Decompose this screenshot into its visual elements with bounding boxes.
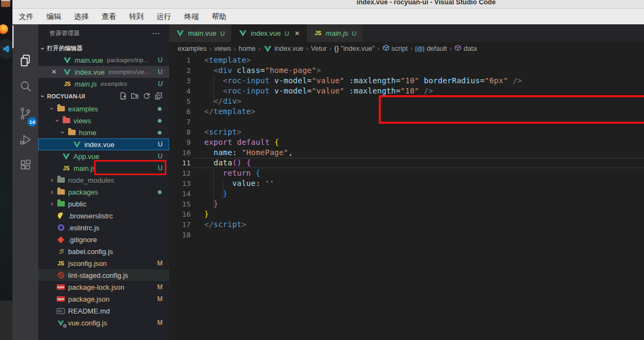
tree-row[interactable]: npmpackage-lock.jsonM (38, 281, 169, 293)
eslint-logo (58, 224, 64, 231)
browserslist-logo (58, 212, 64, 219)
open-editor-row[interactable]: ✕index.vueexamples/vie…U (38, 66, 169, 78)
js-logo: JS (63, 165, 69, 171)
scm-pending-badge: 14 (28, 117, 37, 126)
code-line: <template> (204, 55, 522, 65)
activity-bar: 14 (12, 24, 38, 340)
breadcrumb-item-home[interactable]: home (239, 45, 256, 52)
tree-row[interactable]: ›views (38, 115, 169, 126)
tree-row[interactable]: ›public (38, 198, 169, 210)
npm-icon: npm (56, 295, 65, 303)
git-icon (56, 235, 65, 244)
tree-row[interactable]: JSjsconfig.jsonM (38, 257, 169, 269)
tree-row[interactable]: index.vueU (38, 138, 169, 150)
menu-item-查看[interactable]: 查看 (95, 9, 123, 24)
search-icon[interactable] (12, 76, 38, 97)
tree-item-label: node_modules (68, 176, 114, 184)
breadcrumb-item-index.vue[interactable]: index.vue (263, 44, 304, 53)
chevron-right-icon: › (48, 188, 56, 196)
menu-item-终端[interactable]: 终端 (178, 9, 205, 24)
project-actions (119, 92, 163, 101)
code-line: </script> (204, 219, 522, 230)
open-editor-row[interactable]: main.vuepackages/inp…U (38, 54, 169, 66)
tree-item-label: package-lock.json (68, 283, 124, 291)
collapse-all-icon[interactable] (155, 92, 163, 101)
line-number: 5 (169, 96, 194, 106)
breadcrumb-item-default[interactable]: [@]default (415, 45, 447, 52)
tree-row[interactable]: JSmain.jsU (38, 162, 169, 174)
tab-main.vue[interactable]: main.vueU (169, 24, 232, 42)
source-control-icon[interactable]: 14 (12, 103, 38, 124)
menu-item-运行[interactable]: 运行 (150, 9, 178, 24)
breadcrumb-label: data (464, 45, 477, 52)
new-folder-icon[interactable] (131, 92, 139, 101)
tab-main.js[interactable]: JSmain.jsU (307, 24, 364, 42)
tree-item-label: lint-staged.config.js (68, 271, 128, 279)
project-section-header[interactable]: › ROCYUAN-UI (38, 90, 169, 103)
vscode-dock-icon[interactable] (0, 39, 12, 58)
tree-item-label: vue.config.js (68, 319, 107, 327)
extensions-icon[interactable] (12, 154, 38, 176)
tree-row[interactable]: ⚙vue.config.jsM (38, 317, 169, 329)
breadcrumb-label: index.vue (274, 45, 304, 52)
line-number: 13 (169, 178, 194, 189)
git-status-badge: U (158, 68, 163, 76)
code-line: <roc-input v-model="value" :maxlength="1… (204, 76, 522, 86)
run-debug-icon[interactable] (12, 129, 38, 151)
tree-row[interactable]: npmpackage.jsonM (38, 293, 169, 305)
babel-logo: ℬ (58, 248, 63, 255)
tree-row[interactable]: ›home (38, 126, 169, 138)
explorer-title: 资源管理器 (49, 29, 80, 37)
menu-item-文件[interactable]: 文件 (12, 9, 40, 24)
close-icon[interactable]: ✕ (51, 68, 58, 76)
breadcrumb-item-views[interactable]: views (214, 45, 231, 52)
code-line: <script> (204, 127, 522, 137)
tree-row[interactable]: lint-staged.config.js (38, 269, 169, 281)
tab-index.vue[interactable]: index.vueU✕ (232, 24, 307, 42)
tree-row[interactable]: ℬbabel.config.js (38, 245, 169, 257)
tree-row[interactable]: App.vueU (38, 150, 169, 162)
dock-app-icon[interactable] (1, 0, 10, 7)
gear-icon: ⚙ (63, 323, 67, 329)
tree-row[interactable]: M↓README.md (38, 305, 169, 317)
firefox-icon[interactable] (0, 24, 8, 34)
tree-item-label: packages (68, 188, 98, 196)
menu-item-帮助[interactable]: 帮助 (205, 9, 233, 24)
explorer-icon[interactable] (12, 50, 38, 71)
menu-item-编辑[interactable]: 编辑 (40, 9, 68, 24)
open-editor-row[interactable]: JSmain.jsexamplesU (38, 78, 169, 90)
breadcrumb-item-examples[interactable]: examples (178, 45, 207, 52)
vue-icon (263, 44, 272, 53)
js-icon: JS (56, 259, 65, 268)
tree-row[interactable]: ›node_modules (38, 174, 169, 186)
menu-item-选择[interactable]: 选择 (68, 9, 95, 24)
tree-row[interactable]: ›packages (38, 186, 169, 198)
git-logo (57, 236, 64, 243)
tree-row[interactable]: .eslintrc.js (38, 222, 169, 234)
line-number: 18 (169, 230, 194, 240)
code-line: </div> (204, 96, 522, 106)
breadcrumb-item-data[interactable]: data (454, 44, 477, 53)
code-line: } (204, 199, 522, 209)
open-editors-section-header[interactable]: › 打开的编辑器 (38, 42, 169, 55)
window-title: index.vue - rocyuan-ui - Visual Studio C… (357, 0, 495, 6)
breadcrumb-item-Vetur[interactable]: Vetur (311, 45, 327, 52)
menu-item-转到[interactable]: 转到 (123, 9, 150, 24)
code-editor[interactable]: 123456789101112131415161718 <template> <… (169, 55, 644, 340)
tree-row[interactable]: .browserslistrc (38, 210, 169, 222)
breadcrumb-label: examples (178, 45, 207, 52)
eslint-icon (56, 223, 65, 232)
breadcrumb-item-index.vue[interactable]: {}"index.vue" (334, 45, 375, 52)
git-status-badge: U (158, 152, 163, 160)
line-number: 15 (169, 199, 194, 209)
tree-row[interactable]: .gitignore (38, 234, 169, 245)
more-actions-icon[interactable]: ⋯ (152, 29, 160, 38)
tree-row[interactable]: ›examples (38, 103, 169, 115)
code-line: </template> (204, 106, 522, 117)
breadcrumb-item-script[interactable]: script (383, 44, 408, 53)
refresh-icon[interactable] (143, 92, 151, 101)
new-file-icon[interactable] (119, 92, 127, 101)
breadcrumb-label: views (214, 45, 231, 52)
vue-icon (238, 29, 247, 38)
close-icon[interactable]: ✕ (294, 30, 300, 37)
